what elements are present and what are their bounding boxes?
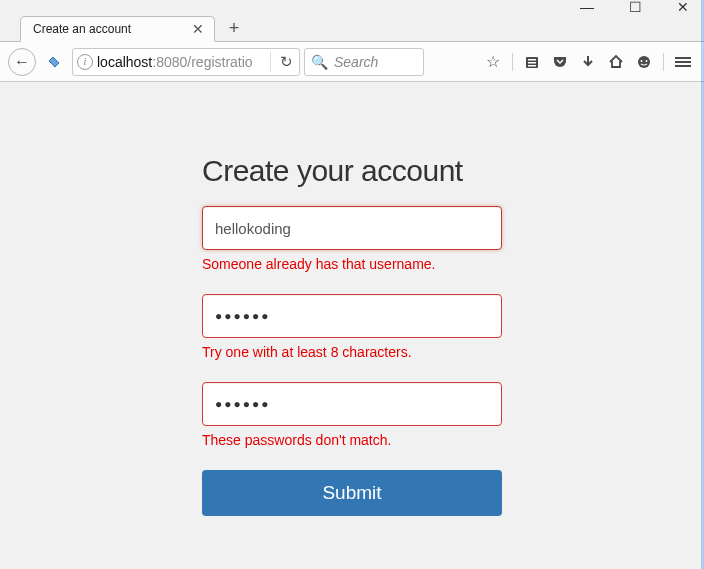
confirm-password-field[interactable]: ●●●●●● xyxy=(202,382,502,426)
window-maximize-button[interactable]: ☐ xyxy=(620,0,650,16)
page-body: Create your account hellokoding Someone … xyxy=(0,82,704,569)
submit-label: Submit xyxy=(322,482,381,504)
bookmark-star-icon[interactable]: ☆ xyxy=(480,48,506,76)
browser-tab-active[interactable]: Create an account ✕ xyxy=(20,16,215,42)
svg-rect-3 xyxy=(528,65,536,67)
page-title: Create your account xyxy=(202,154,502,188)
username-field[interactable]: hellokoding xyxy=(202,206,502,250)
reload-icon[interactable]: ↻ xyxy=(277,53,295,71)
tab-title: Create an account xyxy=(33,22,190,36)
svg-rect-1 xyxy=(528,59,536,61)
site-info-icon[interactable]: i xyxy=(77,54,93,70)
pocket-icon[interactable] xyxy=(547,48,573,76)
hamburger-icon xyxy=(675,55,691,69)
username-value: hellokoding xyxy=(215,220,291,237)
svg-point-5 xyxy=(641,60,643,62)
password-field[interactable]: ●●●●●● xyxy=(202,294,502,338)
page-action-icon[interactable] xyxy=(40,48,68,76)
divider xyxy=(512,53,513,71)
password-error: Try one with at least 8 characters. xyxy=(202,344,502,360)
password-mask: ●●●●●● xyxy=(215,309,271,323)
search-icon: 🔍 xyxy=(311,54,328,70)
divider xyxy=(663,53,664,71)
confirm-password-error: These passwords don't match. xyxy=(202,432,502,448)
search-input[interactable]: 🔍 Search xyxy=(304,48,424,76)
submit-button[interactable]: Submit xyxy=(202,470,502,516)
menu-button[interactable] xyxy=(670,48,696,76)
url-bar[interactable]: i localhost :8080/registratio ↻ xyxy=(72,48,300,76)
window-minimize-button[interactable]: — xyxy=(572,0,602,16)
divider xyxy=(270,52,271,72)
registration-form: Create your account hellokoding Someone … xyxy=(202,154,502,516)
library-icon[interactable] xyxy=(519,48,545,76)
back-button[interactable]: ← xyxy=(8,48,36,76)
svg-rect-2 xyxy=(528,62,536,64)
url-host: localhost xyxy=(97,54,152,70)
window-titlebar: — ☐ ✕ xyxy=(0,0,704,14)
download-icon[interactable] xyxy=(575,48,601,76)
confirm-password-mask: ●●●●●● xyxy=(215,397,271,411)
tab-close-icon[interactable]: ✕ xyxy=(190,21,206,37)
browser-toolbar: ← i localhost :8080/registratio ↻ 🔍 Sear… xyxy=(0,42,704,82)
browser-tabstrip: Create an account ✕ + xyxy=(0,14,704,42)
svg-point-6 xyxy=(646,60,648,62)
svg-point-4 xyxy=(638,56,650,68)
chat-icon[interactable] xyxy=(631,48,657,76)
window-close-button[interactable]: ✕ xyxy=(668,0,698,16)
search-placeholder: Search xyxy=(334,54,378,70)
username-error: Someone already has that username. xyxy=(202,256,502,272)
url-path: :8080/registratio xyxy=(152,54,252,70)
new-tab-button[interactable]: + xyxy=(221,15,247,41)
home-icon[interactable] xyxy=(603,48,629,76)
